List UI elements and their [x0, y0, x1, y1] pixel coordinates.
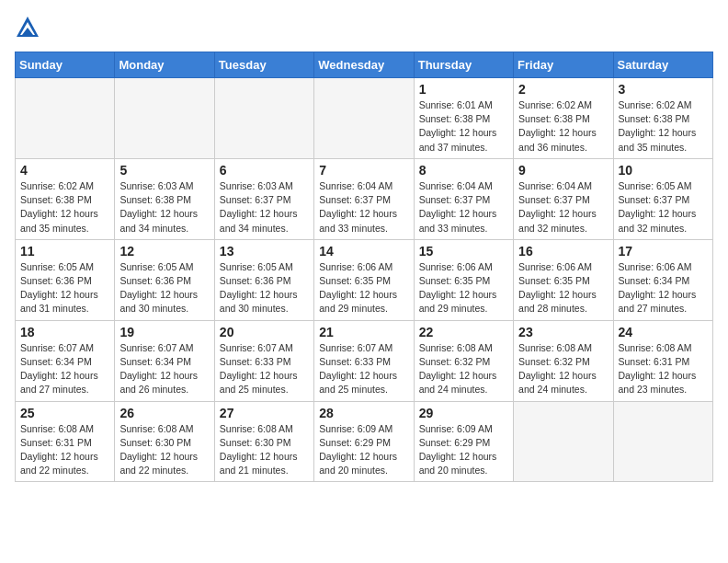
calendar-cell: 15Sunrise: 6:06 AM Sunset: 6:35 PM Dayli…	[414, 239, 513, 320]
day-info: Sunrise: 6:05 AM Sunset: 6:36 PM Dayligh…	[119, 260, 209, 316]
logo	[15, 15, 44, 40]
day-info: Sunrise: 6:02 AM Sunset: 6:38 PM Dayligh…	[518, 98, 608, 155]
day-number: 28	[319, 406, 408, 420]
day-info: Sunrise: 6:06 AM Sunset: 6:35 PM Dayligh…	[419, 260, 508, 316]
day-info: Sunrise: 6:03 AM Sunset: 6:38 PM Dayligh…	[119, 179, 209, 236]
day-number: 19	[119, 325, 209, 339]
day-number: 7	[319, 163, 408, 178]
day-number: 10	[619, 163, 708, 178]
calendar-cell: 17Sunrise: 6:06 AM Sunset: 6:34 PM Dayli…	[613, 239, 712, 320]
day-info: Sunrise: 6:07 AM Sunset: 6:33 PM Dayligh…	[319, 341, 408, 397]
calendar-week-row: 25Sunrise: 6:08 AM Sunset: 6:31 PM Dayli…	[16, 401, 713, 482]
calendar-cell: 28Sunrise: 6:09 AM Sunset: 6:29 PM Dayli…	[314, 401, 414, 482]
day-number: 22	[419, 325, 508, 339]
day-info: Sunrise: 6:07 AM Sunset: 6:34 PM Dayligh…	[119, 341, 209, 397]
calendar-cell: 18Sunrise: 6:07 AM Sunset: 6:34 PM Dayli…	[16, 320, 115, 401]
calendar-cell: 7Sunrise: 6:04 AM Sunset: 6:37 PM Daylig…	[314, 158, 414, 239]
day-info: Sunrise: 6:04 AM Sunset: 6:37 PM Dayligh…	[319, 179, 408, 236]
day-number: 9	[518, 163, 608, 178]
calendar-cell	[314, 78, 414, 159]
calendar-cell: 9Sunrise: 6:04 AM Sunset: 6:37 PM Daylig…	[514, 158, 613, 239]
day-number: 18	[20, 325, 109, 339]
day-info: Sunrise: 6:05 AM Sunset: 6:36 PM Dayligh…	[20, 260, 109, 316]
calendar-cell: 8Sunrise: 6:04 AM Sunset: 6:37 PM Daylig…	[414, 158, 513, 239]
day-info: Sunrise: 6:08 AM Sunset: 6:31 PM Dayligh…	[20, 422, 109, 478]
day-number: 29	[419, 406, 508, 420]
calendar-cell: 3Sunrise: 6:02 AM Sunset: 6:38 PM Daylig…	[613, 78, 712, 159]
day-info: Sunrise: 6:06 AM Sunset: 6:35 PM Dayligh…	[518, 260, 608, 316]
calendar-cell: 23Sunrise: 6:08 AM Sunset: 6:32 PM Dayli…	[514, 320, 613, 401]
day-info: Sunrise: 6:01 AM Sunset: 6:38 PM Dayligh…	[419, 98, 508, 155]
day-info: Sunrise: 6:04 AM Sunset: 6:37 PM Dayligh…	[419, 179, 508, 236]
column-header-friday: Friday	[514, 52, 613, 78]
day-number: 4	[20, 163, 109, 178]
day-number: 11	[20, 244, 109, 259]
day-number: 20	[220, 325, 309, 339]
day-info: Sunrise: 6:02 AM Sunset: 6:38 PM Dayligh…	[619, 98, 708, 155]
calendar-cell: 26Sunrise: 6:08 AM Sunset: 6:30 PM Dayli…	[115, 401, 214, 482]
calendar-cell: 29Sunrise: 6:09 AM Sunset: 6:29 PM Dayli…	[414, 401, 513, 482]
day-number: 12	[119, 244, 209, 259]
column-header-tuesday: Tuesday	[214, 52, 313, 78]
calendar-week-row: 4Sunrise: 6:02 AM Sunset: 6:38 PM Daylig…	[16, 158, 713, 239]
calendar-cell: 10Sunrise: 6:05 AM Sunset: 6:37 PM Dayli…	[613, 158, 712, 239]
day-info: Sunrise: 6:08 AM Sunset: 6:30 PM Dayligh…	[220, 422, 309, 478]
calendar-cell	[16, 78, 115, 159]
logo-icon	[15, 15, 40, 40]
calendar-cell: 2Sunrise: 6:02 AM Sunset: 6:38 PM Daylig…	[514, 78, 613, 159]
day-info: Sunrise: 6:03 AM Sunset: 6:37 PM Dayligh…	[220, 179, 309, 236]
calendar-cell: 11Sunrise: 6:05 AM Sunset: 6:36 PM Dayli…	[16, 239, 115, 320]
calendar-cell	[514, 401, 613, 482]
day-info: Sunrise: 6:05 AM Sunset: 6:37 PM Dayligh…	[619, 179, 708, 236]
calendar-cell: 1Sunrise: 6:01 AM Sunset: 6:38 PM Daylig…	[414, 78, 513, 159]
day-number: 23	[518, 325, 608, 339]
calendar-cell: 5Sunrise: 6:03 AM Sunset: 6:38 PM Daylig…	[115, 158, 214, 239]
day-number: 3	[619, 82, 708, 97]
day-number: 14	[319, 244, 408, 259]
calendar-cell: 13Sunrise: 6:05 AM Sunset: 6:36 PM Dayli…	[214, 239, 313, 320]
day-number: 27	[220, 406, 309, 420]
column-header-thursday: Thursday	[414, 52, 513, 78]
day-info: Sunrise: 6:07 AM Sunset: 6:34 PM Dayligh…	[20, 341, 109, 397]
calendar-cell	[115, 78, 214, 159]
calendar-cell: 27Sunrise: 6:08 AM Sunset: 6:30 PM Dayli…	[214, 401, 313, 482]
day-info: Sunrise: 6:02 AM Sunset: 6:38 PM Dayligh…	[20, 179, 109, 236]
day-info: Sunrise: 6:09 AM Sunset: 6:29 PM Dayligh…	[419, 422, 508, 478]
day-info: Sunrise: 6:07 AM Sunset: 6:33 PM Dayligh…	[220, 341, 309, 397]
calendar-cell	[613, 401, 712, 482]
calendar-cell: 25Sunrise: 6:08 AM Sunset: 6:31 PM Dayli…	[16, 401, 115, 482]
day-info: Sunrise: 6:08 AM Sunset: 6:32 PM Dayligh…	[518, 341, 608, 397]
calendar-table: SundayMondayTuesdayWednesdayThursdayFrid…	[15, 52, 713, 482]
day-info: Sunrise: 6:06 AM Sunset: 6:35 PM Dayligh…	[319, 260, 408, 316]
calendar-cell	[214, 78, 313, 159]
calendar-cell: 21Sunrise: 6:07 AM Sunset: 6:33 PM Dayli…	[314, 320, 414, 401]
calendar-week-row: 18Sunrise: 6:07 AM Sunset: 6:34 PM Dayli…	[16, 320, 713, 401]
day-number: 5	[119, 163, 209, 178]
day-info: Sunrise: 6:08 AM Sunset: 6:30 PM Dayligh…	[119, 422, 209, 478]
calendar-cell: 22Sunrise: 6:08 AM Sunset: 6:32 PM Dayli…	[414, 320, 513, 401]
day-info: Sunrise: 6:08 AM Sunset: 6:31 PM Dayligh…	[619, 341, 708, 397]
day-info: Sunrise: 6:04 AM Sunset: 6:37 PM Dayligh…	[518, 179, 608, 236]
day-number: 2	[518, 82, 608, 97]
day-number: 13	[220, 244, 309, 259]
day-number: 1	[419, 82, 508, 97]
column-header-monday: Monday	[115, 52, 214, 78]
day-info: Sunrise: 6:05 AM Sunset: 6:36 PM Dayligh…	[220, 260, 309, 316]
day-number: 24	[619, 325, 708, 339]
day-number: 6	[220, 163, 309, 178]
day-info: Sunrise: 6:06 AM Sunset: 6:34 PM Dayligh…	[619, 260, 708, 316]
calendar-cell: 14Sunrise: 6:06 AM Sunset: 6:35 PM Dayli…	[314, 239, 414, 320]
day-number: 25	[20, 406, 109, 420]
page-header	[15, 15, 713, 40]
column-header-wednesday: Wednesday	[314, 52, 414, 78]
calendar-cell: 12Sunrise: 6:05 AM Sunset: 6:36 PM Dayli…	[115, 239, 214, 320]
calendar-cell: 20Sunrise: 6:07 AM Sunset: 6:33 PM Dayli…	[214, 320, 313, 401]
calendar-week-row: 1Sunrise: 6:01 AM Sunset: 6:38 PM Daylig…	[16, 78, 713, 159]
day-number: 17	[619, 244, 708, 259]
calendar-cell: 6Sunrise: 6:03 AM Sunset: 6:37 PM Daylig…	[214, 158, 313, 239]
day-number: 8	[419, 163, 508, 178]
column-header-sunday: Sunday	[16, 52, 115, 78]
calendar-cell: 4Sunrise: 6:02 AM Sunset: 6:38 PM Daylig…	[16, 158, 115, 239]
day-number: 21	[319, 325, 408, 339]
calendar-cell: 19Sunrise: 6:07 AM Sunset: 6:34 PM Dayli…	[115, 320, 214, 401]
